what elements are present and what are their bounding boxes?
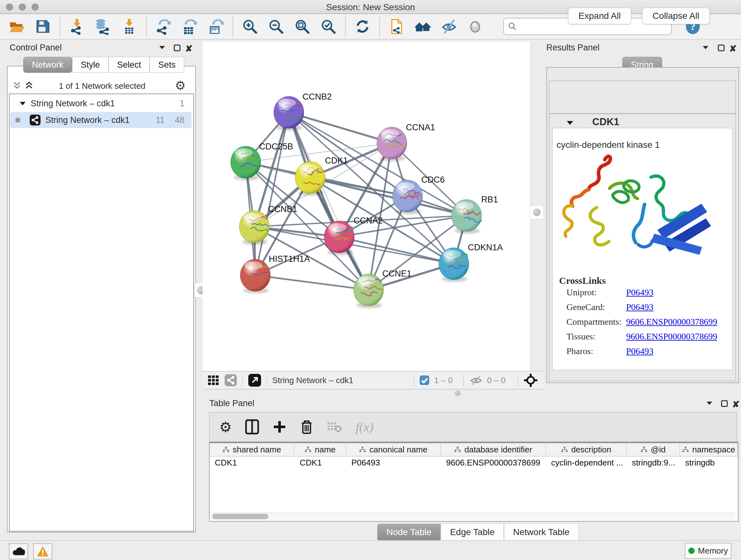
network-node-count: 11 [156, 115, 165, 125]
crosslinks-title: CrossLinks [559, 275, 606, 286]
network-label: String Network – cdk1 [45, 115, 130, 125]
network-share-view-icon[interactable] [224, 374, 237, 387]
right-splitter-handle[interactable] [530, 205, 544, 219]
hidden-counts: 0 – 0 [487, 375, 506, 385]
gene-name: CDK1 [592, 116, 619, 128]
delete-column-icon[interactable] [300, 419, 313, 435]
collapse-all-networks-icon[interactable] [12, 80, 22, 90]
open-session-icon[interactable] [8, 18, 25, 35]
results-panel-collapse-icon[interactable] [701, 44, 710, 51]
zoom-in-icon[interactable] [242, 18, 258, 35]
export-image-icon[interactable] [207, 18, 224, 35]
table-settings-gear-icon[interactable]: ⚙ [219, 419, 232, 435]
export-network-icon[interactable] [155, 18, 172, 35]
column-header-namespace[interactable]: namespace [680, 443, 738, 456]
svg-text:CDC6: CDC6 [421, 175, 445, 185]
table-panel-float-icon[interactable] [721, 400, 728, 408]
crosslink-value-link[interactable]: 9606.ENSP00000378699 [626, 331, 717, 341]
hide-selected-icon[interactable] [441, 18, 457, 35]
column-header-canonicalname[interactable]: canonical name [346, 443, 441, 456]
export-table-icon[interactable] [181, 18, 198, 35]
cell-canonicalname[interactable]: P06493 [346, 456, 441, 469]
node-table[interactable]: shared namenamecanonical namedatabase id… [209, 442, 738, 522]
zoom-selected-icon[interactable] [320, 18, 337, 35]
tab-sets[interactable]: Sets [150, 57, 184, 73]
column-type-icon [222, 446, 229, 453]
zoom-out-icon[interactable] [268, 18, 284, 35]
expand-all-button[interactable]: Expand All [568, 8, 631, 24]
grid-view-icon[interactable] [207, 374, 220, 387]
network-options-gear-icon[interactable]: ⚙ [175, 78, 186, 92]
table-row[interactable]: CDK1CDK1P064939606.ENSP00000378699cyclin… [210, 456, 738, 469]
table-panel-collapse-icon[interactable] [705, 400, 714, 407]
status-bar: Memory [0, 540, 741, 560]
memory-label: Memory [698, 546, 728, 556]
protein-structure-image [558, 150, 718, 268]
crosslink-value-link[interactable]: P06493 [626, 346, 654, 356]
control-panel-float-icon[interactable] [173, 44, 181, 52]
tab-select[interactable]: Select [109, 57, 150, 73]
control-panel-close-icon[interactable]: ✘ [185, 44, 192, 54]
hidden-items-eye-icon[interactable] [469, 374, 483, 386]
svg-text:CDK1: CDK1 [325, 156, 348, 165]
column-header-id[interactable]: @id [627, 443, 680, 456]
cell-databaseidentifier[interactable]: 9606.ENSP00000378699 [441, 456, 546, 469]
column-header-description[interactable]: description [546, 443, 627, 456]
crosslink-value-link[interactable]: P06493 [626, 302, 654, 312]
results-panel-float-icon[interactable] [718, 44, 725, 52]
delete-table-icon[interactable] [327, 421, 342, 433]
cell-sharedname[interactable]: CDK1 [210, 456, 294, 469]
cell-name[interactable]: CDK1 [294, 456, 346, 469]
cloud-icon [12, 547, 25, 556]
new-network-from-selection-icon[interactable] [388, 18, 405, 35]
birds-eye-view-icon[interactable] [523, 373, 538, 388]
show-columns-icon[interactable] [245, 419, 259, 435]
network-tree: String Network – cdk1 1 String Network –… [9, 94, 194, 532]
refresh-icon[interactable] [354, 18, 371, 35]
cloud-status-button[interactable] [9, 543, 28, 559]
collapse-all-button[interactable]: Collapse All [642, 8, 710, 24]
cell-namespace[interactable]: stringdb [680, 456, 738, 469]
column-header-name[interactable]: name [294, 443, 346, 456]
save-session-icon[interactable] [35, 18, 51, 35]
zoom-fit-icon[interactable] [294, 18, 311, 35]
memory-button[interactable]: Memory [685, 543, 731, 559]
scrollbar-thumb[interactable] [212, 514, 268, 519]
add-column-icon[interactable] [273, 420, 286, 434]
table-panel-close-icon[interactable]: ✘ [732, 399, 739, 410]
detach-view-icon[interactable] [248, 374, 261, 387]
tab-edge-table[interactable]: Edge Table [441, 523, 504, 541]
show-all-icon[interactable] [467, 18, 483, 35]
network-canvas[interactable]: CCNB2CCNA1CDC25BCDK1CDC6RB1CCNB1CCNA2CDK… [203, 42, 530, 371]
import-network-database-icon[interactable] [95, 18, 111, 35]
warnings-button[interactable] [33, 543, 52, 559]
crosslink-value-link[interactable]: P06493 [626, 287, 654, 298]
horizontal-splitter-handle[interactable] [451, 390, 464, 396]
gene-collapse-icon[interactable] [565, 119, 575, 126]
first-neighbors-icon[interactable] [414, 18, 431, 35]
control-panel-collapse-icon[interactable] [158, 44, 166, 51]
tab-node-table[interactable]: Node Table [377, 523, 441, 541]
network-row[interactable]: String Network – cdk1 11 48 [10, 112, 192, 128]
column-header-sharedname[interactable]: shared name [210, 443, 294, 456]
table-header-row[interactable]: shared namenamecanonical namedatabase id… [210, 443, 738, 456]
column-header-databaseidentifier[interactable]: database identifier [441, 443, 546, 456]
table-horizontal-scrollbar[interactable] [210, 512, 735, 520]
expand-all-networks-icon[interactable] [24, 80, 34, 90]
search-icon [508, 22, 517, 31]
tab-style[interactable]: Style [72, 57, 109, 73]
crosslink-value-link[interactable]: 9606.ENSP00000378699 [626, 317, 717, 327]
tab-network-table[interactable]: Network Table [504, 523, 579, 541]
import-table-file-icon[interactable] [121, 18, 138, 35]
selected-items-checkbox-icon[interactable] [419, 375, 429, 385]
network-collection-row[interactable]: String Network – cdk1 1 [10, 96, 192, 111]
import-network-file-icon[interactable] [69, 18, 85, 35]
column-type-icon [561, 446, 568, 453]
network-graph: CCNB2CCNA1CDC25BCDK1CDC6RB1CCNB1CCNA2CDK… [203, 42, 530, 371]
results-panel-close-icon[interactable]: ✘ [729, 44, 737, 54]
toolbar-separator [242, 374, 243, 387]
cell-id[interactable]: stringdb:9... [627, 456, 680, 469]
function-builder-icon[interactable]: f(x) [355, 420, 374, 435]
cell-description[interactable]: cyclin-dependent ... [546, 456, 627, 469]
tab-network[interactable]: Network [23, 57, 72, 73]
